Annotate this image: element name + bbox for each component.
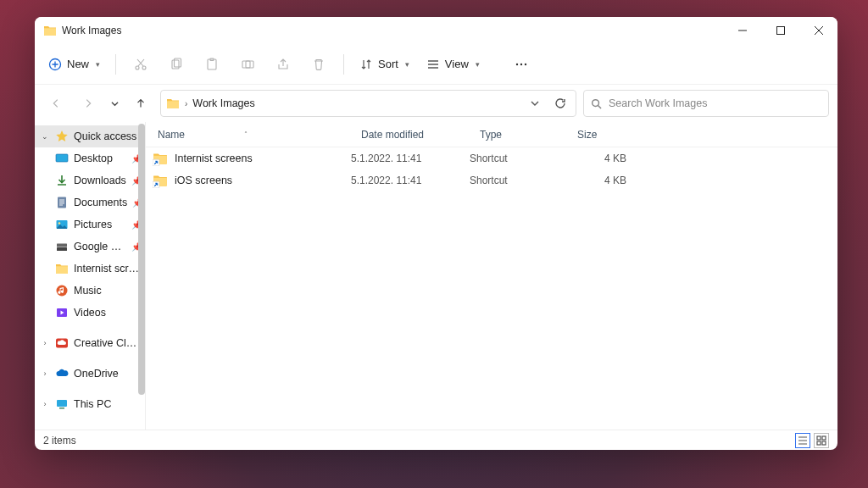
svg-point-19 bbox=[58, 222, 61, 225]
svg-rect-21 bbox=[57, 244, 67, 247]
sidebar-item-internist-screens[interactable]: Internist screens bbox=[50, 258, 145, 280]
breadcrumb-separator-icon: › bbox=[185, 99, 187, 108]
svg-point-4 bbox=[142, 66, 146, 69]
chevron-down-icon: ⌄ bbox=[40, 132, 50, 141]
chevron-right-icon: › bbox=[40, 369, 50, 378]
pictures-icon bbox=[55, 218, 69, 231]
sidebar-item-google-drive[interactable]: Google Drive 📌 bbox=[50, 236, 145, 258]
sidebar: ⌄ Quick access Desktop 📌 Downloads 📌 bbox=[35, 122, 145, 430]
sidebar-onedrive[interactable]: › OneDrive bbox=[35, 363, 145, 385]
sidebar-item-videos[interactable]: Videos bbox=[50, 302, 145, 324]
view-button[interactable]: View ▾ bbox=[420, 50, 487, 79]
svg-rect-26 bbox=[59, 408, 64, 409]
scrollbar-thumb[interactable] bbox=[138, 124, 145, 395]
svg-rect-28 bbox=[822, 436, 826, 440]
sidebar-item-music[interactable]: Music bbox=[50, 280, 145, 302]
address-folder-icon bbox=[166, 97, 180, 110]
svg-rect-15 bbox=[56, 154, 68, 162]
close-button[interactable] bbox=[799, 17, 837, 44]
window-title: Work Images bbox=[62, 25, 121, 36]
status-item-count: 2 items bbox=[43, 435, 76, 446]
paste-button[interactable] bbox=[196, 50, 228, 79]
file-row[interactable]: Internist screens 5.1.2022. 11:41 Shortc… bbox=[146, 147, 837, 169]
svg-rect-17 bbox=[58, 197, 66, 208]
this-pc-icon bbox=[55, 397, 69, 411]
toolbar: New ▾ Sort ▾ View ▾ bbox=[35, 44, 837, 85]
delete-button[interactable] bbox=[303, 50, 335, 79]
column-header-name[interactable]: Name bbox=[158, 129, 185, 141]
file-list: Internist screens 5.1.2022. 11:41 Shortc… bbox=[146, 147, 837, 430]
window-folder-icon bbox=[43, 24, 57, 37]
maximize-button[interactable] bbox=[761, 17, 799, 44]
refresh-button[interactable] bbox=[550, 93, 570, 114]
sort-indicator-icon: ˄ bbox=[244, 130, 248, 138]
gdrive-icon bbox=[55, 240, 69, 253]
breadcrumb-current[interactable]: Work Images bbox=[192, 97, 254, 109]
copy-button[interactable] bbox=[160, 50, 192, 79]
title-bar: Work Images bbox=[35, 17, 837, 44]
svg-rect-25 bbox=[57, 400, 67, 407]
quick-access-children: Desktop 📌 Downloads 📌 Documents 📌 bbox=[35, 147, 145, 324]
sidebar-item-desktop[interactable]: Desktop 📌 bbox=[50, 147, 145, 169]
star-icon bbox=[55, 130, 69, 143]
new-button[interactable]: New ▾ bbox=[42, 50, 107, 79]
address-dropdown-button[interactable] bbox=[525, 93, 545, 114]
more-button[interactable] bbox=[505, 50, 537, 79]
rename-button[interactable] bbox=[231, 50, 264, 79]
chevron-right-icon: › bbox=[40, 400, 50, 408]
status-bar: 2 items bbox=[35, 430, 837, 450]
folder-icon bbox=[55, 262, 69, 275]
sidebar-item-pictures[interactable]: Pictures 📌 bbox=[50, 214, 145, 236]
sidebar-creative-cloud[interactable]: › Creative Cloud Fi bbox=[35, 332, 145, 354]
chevron-down-icon: ▾ bbox=[476, 60, 480, 69]
view-details-button[interactable] bbox=[795, 433, 810, 448]
column-header-size[interactable]: Size bbox=[577, 129, 637, 141]
content-area: Name ˄ Date modified Type Size Internist… bbox=[145, 122, 837, 430]
sidebar-item-documents[interactable]: Documents 📌 bbox=[50, 191, 145, 214]
svg-rect-20 bbox=[57, 247, 67, 251]
svg-point-12 bbox=[520, 63, 522, 64]
view-thumbnails-button[interactable] bbox=[814, 433, 829, 448]
chevron-right-icon: › bbox=[40, 339, 50, 347]
desktop-icon bbox=[55, 152, 69, 165]
folder-shortcut-icon bbox=[153, 151, 168, 166]
file-row[interactable]: iOS screens 5.1.2022. 11:41 Shortcut 4 K… bbox=[146, 169, 837, 191]
sidebar-quick-access[interactable]: ⌄ Quick access bbox=[35, 125, 145, 147]
svg-rect-30 bbox=[822, 441, 826, 445]
onedrive-icon bbox=[55, 367, 69, 380]
column-headers: Name ˄ Date modified Type Size bbox=[146, 122, 837, 147]
file-explorer-window: Work Images New ▾ bbox=[35, 17, 837, 450]
up-button[interactable] bbox=[128, 91, 153, 116]
nav-row: › Work Images bbox=[35, 85, 837, 122]
svg-point-3 bbox=[136, 66, 139, 69]
forward-button[interactable] bbox=[75, 91, 101, 116]
search-icon bbox=[591, 98, 602, 109]
address-bar[interactable]: › Work Images bbox=[160, 90, 576, 117]
videos-icon bbox=[55, 306, 69, 319]
minimize-button[interactable] bbox=[723, 17, 761, 44]
creative-cloud-icon bbox=[55, 336, 69, 350]
share-button[interactable] bbox=[267, 50, 299, 79]
column-header-type[interactable]: Type bbox=[480, 129, 577, 141]
svg-point-14 bbox=[593, 99, 599, 106]
chevron-down-icon: ▾ bbox=[96, 60, 100, 69]
chevron-down-icon: ▾ bbox=[405, 60, 409, 69]
sidebar-item-downloads[interactable]: Downloads 📌 bbox=[50, 169, 145, 191]
svg-point-13 bbox=[525, 63, 526, 64]
column-header-modified[interactable]: Date modified bbox=[361, 129, 480, 141]
folder-shortcut-icon bbox=[153, 173, 168, 188]
music-icon bbox=[55, 284, 69, 297]
cut-button[interactable] bbox=[125, 50, 157, 79]
sort-button[interactable]: Sort ▾ bbox=[353, 50, 416, 79]
svg-rect-27 bbox=[817, 436, 821, 440]
search-input[interactable] bbox=[609, 97, 821, 109]
sidebar-scrollbar[interactable] bbox=[138, 122, 145, 430]
back-button[interactable] bbox=[43, 91, 69, 116]
document-icon bbox=[55, 196, 69, 209]
svg-rect-1 bbox=[776, 27, 784, 35]
sidebar-this-pc[interactable]: › This PC bbox=[35, 393, 145, 415]
recent-locations-button[interactable] bbox=[108, 91, 121, 116]
svg-rect-29 bbox=[817, 441, 821, 445]
svg-point-11 bbox=[516, 63, 518, 64]
search-box[interactable] bbox=[583, 90, 829, 117]
